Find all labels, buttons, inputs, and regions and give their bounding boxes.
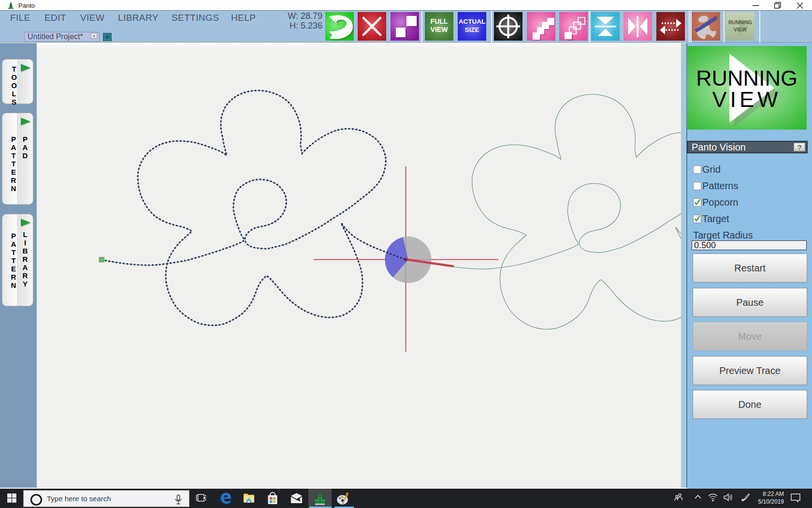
svg-text:VIEW: VIEW [734,27,747,32]
svg-text:VIEW: VIEW [431,26,449,33]
svg-text:FULL: FULL [431,17,448,25]
svg-text:RUNNING: RUNNING [728,19,752,25]
svg-text:ACTUAL: ACTUAL [459,18,486,25]
svg-text:VIEW: VIEW [712,87,781,112]
svg-text:SIZE: SIZE [464,26,479,33]
